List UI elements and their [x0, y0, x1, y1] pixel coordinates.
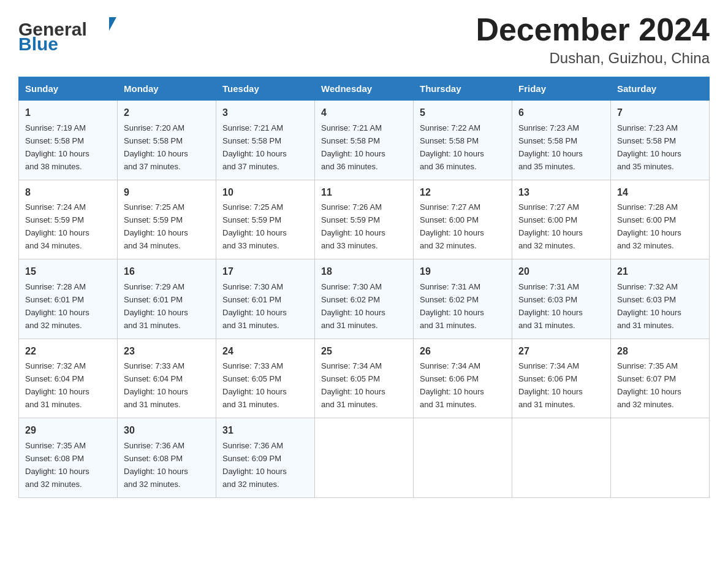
day-info: Sunrise: 7:36 AMSunset: 6:09 PMDaylight:…: [222, 441, 287, 489]
calendar-cell: 9 Sunrise: 7:25 AMSunset: 5:59 PMDayligh…: [118, 180, 216, 259]
day-number: 21: [617, 264, 703, 280]
day-info: Sunrise: 7:35 AMSunset: 6:07 PMDaylight:…: [617, 361, 681, 409]
day-number: 24: [222, 344, 308, 359]
calendar-cell: 16 Sunrise: 7:29 AMSunset: 6:01 PMDaylig…: [118, 259, 216, 339]
svg-marker-1: [109, 17, 116, 31]
calendar-cell: 23 Sunrise: 7:33 AMSunset: 6:04 PMDaylig…: [118, 339, 216, 418]
day-info: Sunrise: 7:23 AMSunset: 5:58 PMDaylight:…: [518, 123, 583, 171]
calendar-cell: 8 Sunrise: 7:24 AMSunset: 5:59 PMDayligh…: [19, 180, 118, 259]
calendar-cell: 26 Sunrise: 7:34 AMSunset: 6:06 PMDaylig…: [414, 339, 512, 418]
calendar-cell: 20 Sunrise: 7:31 AMSunset: 6:03 PMDaylig…: [512, 259, 611, 339]
day-info: Sunrise: 7:30 AMSunset: 6:01 PMDaylight:…: [222, 282, 287, 330]
day-number: 22: [25, 344, 111, 359]
day-number: 26: [420, 344, 506, 359]
day-number: 29: [25, 423, 111, 439]
day-info: Sunrise: 7:35 AMSunset: 6:08 PMDaylight:…: [25, 441, 89, 489]
calendar-cell: 11 Sunrise: 7:26 AMSunset: 5:59 PMDaylig…: [315, 180, 414, 259]
day-number: 17: [222, 264, 308, 280]
day-number: 23: [124, 344, 210, 359]
calendar-cell: 13 Sunrise: 7:27 AMSunset: 6:00 PMDaylig…: [512, 180, 611, 259]
calendar-cell: 24 Sunrise: 7:33 AMSunset: 6:05 PMDaylig…: [216, 339, 315, 418]
day-number: 15: [25, 264, 111, 280]
calendar-week-row: 15 Sunrise: 7:28 AMSunset: 6:01 PMDaylig…: [19, 259, 710, 339]
day-info: Sunrise: 7:33 AMSunset: 6:04 PMDaylight:…: [124, 361, 188, 409]
page-header: General Blue December 2024 Dushan, Guizh…: [18, 12, 710, 67]
col-sunday: Sunday: [19, 77, 118, 101]
day-number: 3: [222, 105, 308, 121]
location-title: Dushan, Guizhou, China: [476, 50, 710, 67]
day-number: 1: [25, 105, 111, 121]
calendar-week-row: 1 Sunrise: 7:19 AMSunset: 5:58 PMDayligh…: [19, 101, 710, 180]
day-number: 6: [518, 105, 604, 121]
day-number: 11: [321, 185, 407, 201]
day-number: 12: [420, 185, 506, 201]
month-title: December 2024: [476, 12, 710, 47]
day-info: Sunrise: 7:20 AMSunset: 5:58 PMDaylight:…: [124, 123, 188, 171]
day-info: Sunrise: 7:22 AMSunset: 5:58 PMDaylight:…: [420, 123, 484, 171]
calendar-cell: 28 Sunrise: 7:35 AMSunset: 6:07 PMDaylig…: [611, 339, 710, 418]
day-number: 4: [321, 105, 407, 121]
calendar-cell: 21 Sunrise: 7:32 AMSunset: 6:03 PMDaylig…: [611, 259, 710, 339]
day-number: 19: [420, 264, 506, 280]
day-info: Sunrise: 7:34 AMSunset: 6:06 PMDaylight:…: [420, 361, 484, 409]
day-number: 13: [518, 185, 604, 201]
calendar-cell: 15 Sunrise: 7:28 AMSunset: 6:01 PMDaylig…: [19, 259, 118, 339]
day-number: 25: [321, 344, 407, 359]
calendar-header-row: Sunday Monday Tuesday Wednesday Thursday…: [19, 77, 710, 101]
calendar-cell: 31 Sunrise: 7:36 AMSunset: 6:09 PMDaylig…: [216, 418, 315, 497]
day-info: Sunrise: 7:25 AMSunset: 5:59 PMDaylight:…: [124, 202, 188, 250]
calendar-cell: 18 Sunrise: 7:30 AMSunset: 6:02 PMDaylig…: [315, 259, 414, 339]
calendar-cell: 2 Sunrise: 7:20 AMSunset: 5:58 PMDayligh…: [118, 101, 216, 180]
logo-svg: General Blue: [18, 12, 129, 55]
calendar-cell: 17 Sunrise: 7:30 AMSunset: 6:01 PMDaylig…: [216, 259, 315, 339]
day-number: 16: [124, 264, 210, 280]
col-wednesday: Wednesday: [315, 77, 414, 101]
day-info: Sunrise: 7:27 AMSunset: 6:00 PMDaylight:…: [420, 202, 484, 250]
day-info: Sunrise: 7:36 AMSunset: 6:08 PMDaylight:…: [124, 441, 188, 489]
calendar-table: Sunday Monday Tuesday Wednesday Thursday…: [18, 77, 710, 497]
day-info: Sunrise: 7:34 AMSunset: 6:05 PMDaylight:…: [321, 361, 385, 409]
day-info: Sunrise: 7:29 AMSunset: 6:01 PMDaylight:…: [124, 282, 188, 330]
day-info: Sunrise: 7:19 AMSunset: 5:58 PMDaylight:…: [25, 123, 89, 171]
day-number: 18: [321, 264, 407, 280]
col-tuesday: Tuesday: [216, 77, 315, 101]
calendar-cell: 12 Sunrise: 7:27 AMSunset: 6:00 PMDaylig…: [414, 180, 512, 259]
calendar-cell: 5 Sunrise: 7:22 AMSunset: 5:58 PMDayligh…: [414, 101, 512, 180]
day-number: 9: [124, 185, 210, 201]
day-info: Sunrise: 7:27 AMSunset: 6:00 PMDaylight:…: [518, 202, 583, 250]
day-number: 8: [25, 185, 111, 201]
calendar-cell: 22 Sunrise: 7:32 AMSunset: 6:04 PMDaylig…: [19, 339, 118, 418]
calendar-cell: 14 Sunrise: 7:28 AMSunset: 6:00 PMDaylig…: [611, 180, 710, 259]
calendar-cell: 30 Sunrise: 7:36 AMSunset: 6:08 PMDaylig…: [118, 418, 216, 497]
logo: General Blue: [18, 12, 129, 55]
day-info: Sunrise: 7:31 AMSunset: 6:02 PMDaylight:…: [420, 282, 484, 330]
calendar-cell: 1 Sunrise: 7:19 AMSunset: 5:58 PMDayligh…: [19, 101, 118, 180]
day-info: Sunrise: 7:30 AMSunset: 6:02 PMDaylight:…: [321, 282, 385, 330]
calendar-cell: 27 Sunrise: 7:34 AMSunset: 6:06 PMDaylig…: [512, 339, 611, 418]
col-monday: Monday: [118, 77, 216, 101]
day-info: Sunrise: 7:25 AMSunset: 5:59 PMDaylight:…: [222, 202, 287, 250]
calendar-week-row: 8 Sunrise: 7:24 AMSunset: 5:59 PMDayligh…: [19, 180, 710, 259]
day-number: 31: [222, 423, 308, 439]
calendar-cell: 4 Sunrise: 7:21 AMSunset: 5:58 PMDayligh…: [315, 101, 414, 180]
day-info: Sunrise: 7:28 AMSunset: 6:01 PMDaylight:…: [25, 282, 89, 330]
calendar-cell: [414, 418, 512, 497]
col-saturday: Saturday: [611, 77, 710, 101]
calendar-week-row: 22 Sunrise: 7:32 AMSunset: 6:04 PMDaylig…: [19, 339, 710, 418]
day-info: Sunrise: 7:21 AMSunset: 5:58 PMDaylight:…: [321, 123, 385, 171]
day-number: 5: [420, 105, 506, 121]
calendar-cell: 25 Sunrise: 7:34 AMSunset: 6:05 PMDaylig…: [315, 339, 414, 418]
day-number: 14: [617, 185, 703, 201]
day-info: Sunrise: 7:24 AMSunset: 5:59 PMDaylight:…: [25, 202, 89, 250]
calendar-cell: [315, 418, 414, 497]
svg-text:Blue: Blue: [18, 34, 58, 54]
day-number: 20: [518, 264, 604, 280]
day-info: Sunrise: 7:23 AMSunset: 5:58 PMDaylight:…: [617, 123, 681, 171]
day-info: Sunrise: 7:32 AMSunset: 6:03 PMDaylight:…: [617, 282, 681, 330]
calendar-cell: 19 Sunrise: 7:31 AMSunset: 6:02 PMDaylig…: [414, 259, 512, 339]
day-number: 30: [124, 423, 210, 439]
day-number: 27: [518, 344, 604, 359]
day-info: Sunrise: 7:34 AMSunset: 6:06 PMDaylight:…: [518, 361, 583, 409]
calendar-cell: [512, 418, 611, 497]
calendar-cell: 29 Sunrise: 7:35 AMSunset: 6:08 PMDaylig…: [19, 418, 118, 497]
